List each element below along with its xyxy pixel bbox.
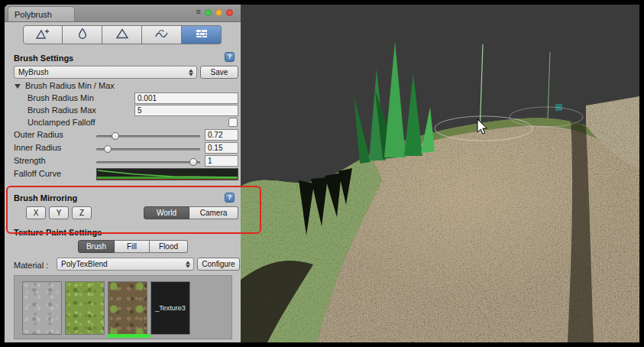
texture-swatch-label: _Texture3 [155, 304, 186, 312]
strength-field[interactable]: 1 [205, 155, 238, 167]
falloff-curve-widget[interactable] [96, 168, 238, 180]
tool-color-button[interactable] [102, 25, 142, 44]
outer-radius-label: Outer Radius [14, 130, 63, 139]
material-dropdown[interactable]: PolyTexBlend [57, 258, 194, 271]
radius-foldout-label[interactable]: Brush Radius Min / Max [25, 81, 115, 90]
window-button-green-icon[interactable] [205, 9, 212, 16]
radius-max-field[interactable]: 5 [134, 105, 238, 116]
texture-strength-bar [108, 334, 150, 338]
strength-slider[interactable] [96, 161, 200, 164]
window-titlebar: Polybrush ≡ [5, 5, 241, 22]
window-button-red-icon[interactable] [226, 9, 233, 16]
inner-radius-slider[interactable] [96, 148, 200, 151]
help-icon-brush-mirroring[interactable]: ? [225, 193, 235, 203]
mirror-z-button[interactable]: Z [72, 206, 92, 219]
tab-polybrush[interactable]: Polybrush [8, 6, 75, 21]
tool-texture-button[interactable] [182, 25, 222, 44]
texture-swatch-concrete[interactable] [22, 281, 62, 335]
brush-settings-header: Brush Settings [14, 54, 73, 63]
paint-mode-group: Brush Fill Flood [78, 240, 188, 253]
app-window: Polybrush ≡ [0, 0, 644, 347]
mirror-x-button[interactable]: X [26, 206, 46, 219]
tool-prefab-button[interactable] [142, 25, 182, 44]
tool-mode-toolbar [23, 25, 222, 44]
scene-view[interactable] [241, 5, 639, 342]
inner-radius-slider-thumb[interactable] [104, 145, 112, 153]
texture-swatch-dirt[interactable] [108, 281, 147, 335]
help-icon-brush-settings[interactable]: ? [225, 52, 235, 62]
configure-button[interactable]: Configure [197, 258, 240, 271]
droplet-icon [75, 28, 90, 43]
save-button[interactable]: Save [200, 66, 238, 79]
wave-icon [154, 28, 170, 43]
strength-label: Strength [14, 156, 46, 165]
mirror-y-button[interactable]: Y [49, 206, 69, 219]
falloff-curve-graph [97, 169, 238, 180]
texture-palette: _Texture3 [14, 275, 232, 339]
texture-swatch-texture3[interactable]: _Texture3 [150, 281, 190, 335]
texture-swatch-grass[interactable] [65, 281, 105, 335]
unclamped-falloff-checkbox[interactable] [228, 118, 238, 127]
brush-preset-value: MyBrush [18, 68, 48, 76]
mirror-space-camera-button[interactable]: Camera [189, 206, 238, 219]
falloff-curve-label: Falloff Curve [14, 169, 61, 178]
prism-triangle-icon [115, 28, 130, 43]
window-button-yellow-icon[interactable] [215, 9, 222, 16]
inner-radius-field[interactable]: 0.15 [205, 142, 238, 154]
radius-min-label: Brush Radius Min [28, 93, 94, 102]
paint-mode-flood-button[interactable]: Flood [150, 240, 188, 253]
tool-sculpt-button[interactable] [23, 25, 63, 44]
material-value: PolyTexBlend [61, 260, 108, 268]
unclamped-falloff-label: Unclamped Falloff [28, 118, 95, 127]
brush-mirroring-header: Brush Mirroring [14, 193, 77, 203]
brush-preset-dropdown[interactable]: MyBrush [14, 66, 197, 79]
mirror-space-group: World Camera [144, 206, 238, 219]
paint-mode-fill-button[interactable]: Fill [115, 240, 150, 253]
foldout-arrow-icon[interactable] [15, 84, 21, 89]
paint-mode-brush-button[interactable]: Brush [78, 240, 115, 253]
strength-slider-thumb[interactable] [189, 158, 197, 166]
texture-paint-header: Texture Paint Settings [14, 228, 102, 237]
inner-radius-label: Inner Radius [14, 143, 61, 152]
polybrush-panel: Polybrush ≡ [5, 5, 241, 342]
tool-smooth-button[interactable] [63, 25, 102, 44]
dropdown-arrows-icon [189, 69, 193, 76]
outer-radius-slider-thumb[interactable] [112, 132, 119, 140]
window-menu-icon[interactable]: ≡ [196, 7, 201, 16]
dropdown-arrows-icon [186, 261, 190, 268]
sculpt-mountain-icon [35, 28, 50, 43]
radius-min-field[interactable]: 0.001 [134, 92, 238, 104]
outer-radius-slider[interactable] [96, 135, 200, 138]
radius-max-label: Brush Radius Max [28, 105, 96, 115]
scene-canvas [241, 5, 639, 342]
texture-bricks-icon [194, 28, 209, 43]
mirror-space-world-button[interactable]: World [144, 206, 189, 219]
outer-radius-field[interactable]: 0.72 [205, 129, 238, 141]
material-label: Material : [14, 261, 48, 270]
